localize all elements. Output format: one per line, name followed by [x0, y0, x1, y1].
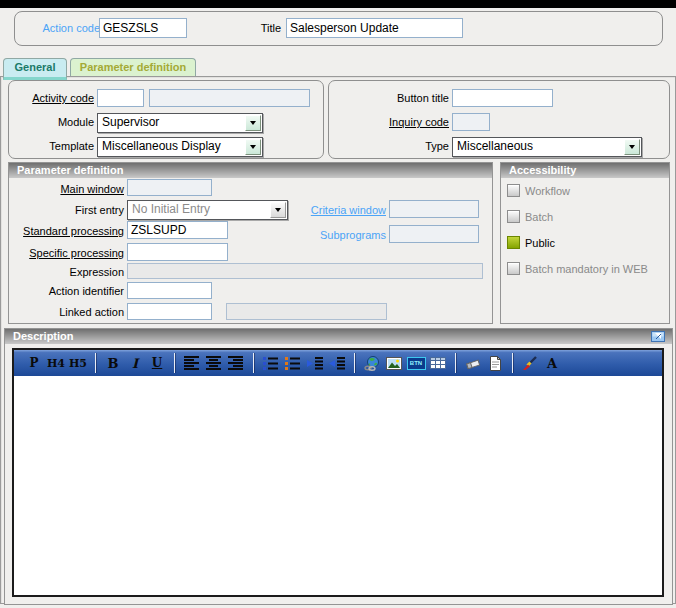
inquiry-code-field	[452, 113, 490, 131]
brush-icon	[522, 356, 538, 371]
font-color-button[interactable]: A	[541, 352, 563, 374]
insert-button-button[interactable]: BTN	[405, 352, 427, 374]
toolbar-separator	[95, 353, 96, 373]
type-combo[interactable]: Miscellaneous	[452, 137, 642, 157]
insert-button-icon: BTN	[407, 357, 426, 370]
parameter-definition-panel: Parameter definition Main window First e…	[8, 162, 493, 324]
main-window-field	[127, 179, 212, 196]
tab-parameter-definition[interactable]: Parameter definition	[70, 58, 196, 77]
activity-code-input[interactable]	[97, 89, 144, 107]
toolbar-separator	[512, 353, 513, 373]
standard-processing-input[interactable]	[127, 221, 228, 239]
workflow-label: Workflow	[525, 185, 570, 197]
batch-label: Batch	[525, 211, 553, 223]
linked-action-description-field	[226, 303, 387, 320]
description-panel: Description P H4 H5 B I U	[4, 328, 673, 605]
button-title-label: Button title	[329, 92, 449, 104]
numbered-list-button[interactable]	[282, 352, 304, 374]
chevron-down-icon	[629, 145, 635, 149]
general-group-box: Activity code Module Supervisor Template…	[8, 80, 324, 159]
first-entry-value: No Initial Entry	[128, 201, 269, 219]
button-title-input[interactable]	[452, 89, 553, 107]
paste-document-button[interactable]	[484, 352, 506, 374]
criteria-window-label: Criteria window	[281, 204, 386, 216]
module-combo[interactable]: Supervisor	[97, 113, 263, 133]
eraser-button[interactable]	[462, 352, 484, 374]
tab-general[interactable]: General	[3, 58, 67, 80]
checkbox-row-public[interactable]: Public	[507, 236, 555, 249]
template-value: Miscellaneous Display	[98, 138, 244, 156]
first-entry-combo: No Initial Entry	[127, 200, 288, 220]
align-left-button[interactable]	[181, 352, 203, 374]
numbered-list-icon	[285, 357, 301, 370]
public-checkbox[interactable]	[507, 236, 520, 249]
align-center-button[interactable]	[203, 352, 225, 374]
expression-field	[127, 263, 483, 279]
subprograms-label: Subprograms	[281, 229, 386, 241]
module-value: Supervisor	[98, 114, 244, 132]
bold-button[interactable]: B	[102, 352, 124, 374]
activity-code-description-field	[149, 89, 310, 107]
underline-button[interactable]: U	[146, 352, 168, 374]
insert-link-globe-icon	[364, 356, 381, 371]
activity-code-label: Activity code	[9, 92, 94, 104]
brush-button[interactable]	[519, 352, 541, 374]
heading5-button[interactable]: H5	[67, 352, 89, 374]
description-editor-frame: P H4 H5 B I U	[12, 348, 664, 597]
description-editor[interactable]	[14, 376, 662, 595]
header-key-box: Action code Title	[14, 11, 663, 46]
specific-processing-input[interactable]	[127, 243, 228, 261]
title-input[interactable]	[286, 18, 463, 38]
module-dropdown-button[interactable]	[245, 115, 261, 131]
action-identifier-input[interactable]	[127, 282, 212, 299]
inquiry-code-label: Inquiry code	[329, 116, 449, 128]
bullet-list-button[interactable]	[260, 352, 282, 374]
batch-mandatory-web-label: Batch mandatory in WEB	[525, 263, 648, 275]
action-identifier-label: Action identifier	[9, 285, 124, 297]
bullet-list-icon	[263, 357, 279, 370]
align-left-icon	[184, 356, 200, 370]
indent-increase-button[interactable]	[304, 352, 326, 374]
template-dropdown-button[interactable]	[245, 139, 261, 155]
eraser-icon	[465, 357, 482, 370]
checkbox-row-batch-mandatory-web: Batch mandatory in WEB	[507, 262, 648, 275]
align-right-icon	[228, 356, 244, 370]
italic-button[interactable]: I	[124, 352, 146, 374]
expression-label: Expression	[9, 266, 124, 278]
type-value: Miscellaneous	[453, 138, 623, 156]
accessibility-header: Accessibility	[501, 163, 669, 178]
paste-document-icon	[489, 356, 502, 371]
specific-processing-label: Specific processing	[9, 247, 124, 259]
checkbox-row-workflow: Workflow	[507, 184, 570, 197]
parameter-definition-header: Parameter definition	[9, 163, 492, 178]
type-dropdown-button[interactable]	[624, 139, 640, 155]
description-header: Description	[5, 329, 672, 344]
insert-image-button[interactable]	[383, 352, 405, 374]
main-window-label: Main window	[9, 183, 124, 195]
align-center-icon	[206, 356, 222, 370]
indent-decrease-button[interactable]	[326, 352, 348, 374]
criteria-window-field	[389, 200, 479, 218]
action-code-label: Action code	[25, 22, 100, 34]
rich-text-toolbar: P H4 H5 B I U	[14, 350, 662, 376]
first-entry-label: First entry	[9, 204, 124, 216]
chevron-down-icon	[250, 145, 256, 149]
heading4-button[interactable]: H4	[45, 352, 67, 374]
template-combo[interactable]: Miscellaneous Display	[97, 137, 263, 157]
maximize-icon[interactable]	[651, 331, 665, 342]
align-right-button[interactable]	[225, 352, 247, 374]
top-black-bar	[0, 0, 676, 8]
toolbar-separator	[354, 353, 355, 373]
insert-table-button[interactable]	[427, 352, 449, 374]
checkbox-row-batch: Batch	[507, 210, 553, 223]
linked-action-input[interactable]	[127, 303, 212, 320]
standard-processing-label: Standard processing	[9, 225, 124, 237]
toolbar-separator	[455, 353, 456, 373]
type-label: Type	[329, 140, 449, 152]
chevron-down-icon	[250, 121, 256, 125]
insert-link-button[interactable]	[361, 352, 383, 374]
action-dictionary-window: { "header": { "action_code_label": "Acti…	[0, 0, 676, 608]
insert-image-icon	[386, 357, 402, 370]
action-code-input[interactable]	[99, 18, 187, 38]
paragraph-button[interactable]: P	[23, 352, 45, 374]
